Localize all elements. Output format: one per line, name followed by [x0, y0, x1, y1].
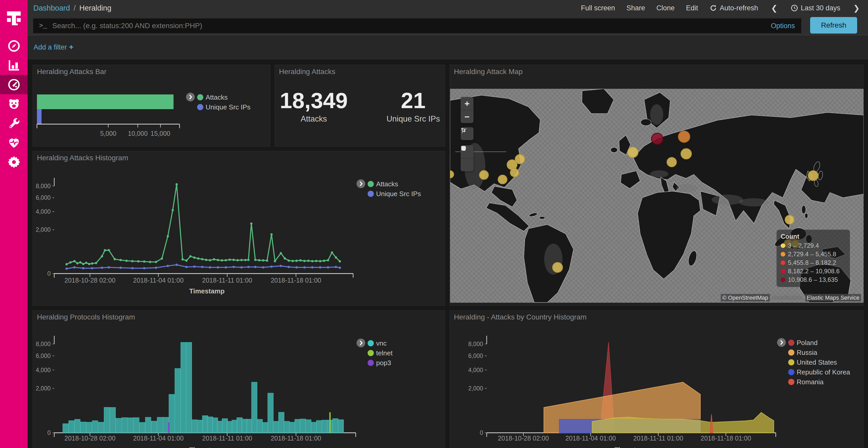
map-legend-item: 5,455.8 – 8,182.2: [781, 258, 846, 267]
legend-item-pop3[interactable]: pop3: [368, 358, 393, 368]
auto-refresh-button[interactable]: Auto-refresh: [709, 4, 758, 12]
map-legend-color-dot: [781, 243, 785, 248]
clock-icon: [790, 4, 798, 12]
map-draw-rectangle-button[interactable]: [461, 159, 473, 171]
legend-item-russia[interactable]: Russia: [788, 348, 850, 357]
options-link[interactable]: Options: [771, 22, 795, 30]
legend-label: Republic of Korea: [797, 368, 850, 376]
map-attribution: © OpenStreetMap contributors, Elastic Ma…: [721, 295, 861, 301]
map-zoom-in-button[interactable]: +: [461, 97, 473, 110]
fullscreen-button[interactable]: Full screen: [581, 4, 615, 12]
add-filter-link[interactable]: Add a filter+: [34, 43, 74, 51]
gear-icon: [7, 156, 21, 169]
legend-item-telnet[interactable]: telnet: [368, 348, 393, 358]
svg-text:2,000: 2,000: [36, 385, 51, 392]
svg-text:2018-11-11 01:00: 2018-11-11 01:00: [633, 435, 683, 442]
svg-text:5,000: 5,000: [100, 130, 117, 137]
protocols-histogram-chart: 02,0004,0006,0008,0002018-10-28 02:00201…: [33, 310, 445, 448]
legend-item-poland[interactable]: Poland: [788, 338, 850, 348]
legend-color-dot: [197, 104, 203, 110]
map-legend-item: 8,182.2 – 10,908.6: [781, 267, 846, 275]
map-legend-range-label: 2,729.4 – 5,455.8: [788, 250, 836, 258]
map-attack-marker: [627, 147, 638, 158]
svg-text:2018-11-18 01:00: 2018-11-18 01:00: [271, 277, 321, 284]
bear-icon: [7, 97, 21, 111]
sidebar-item-devtools[interactable]: [0, 113, 28, 133]
sidebar-item-visualize[interactable]: [0, 56, 28, 75]
svg-text:6,000: 6,000: [36, 194, 51, 201]
refresh-cycle-icon: [709, 4, 717, 12]
map-bounding-box-filter-button[interactable]: [461, 127, 473, 140]
svg-text:2018-11-11 01:00: 2018-11-11 01:00: [202, 435, 252, 442]
compass-icon: [7, 39, 21, 53]
sidebar-item-management[interactable]: [0, 152, 28, 172]
breadcrumb-dashboard-link[interactable]: Dashboard: [33, 4, 70, 12]
map-zoom-out-button[interactable]: −: [461, 110, 473, 123]
time-back-chevron[interactable]: ❮: [770, 4, 779, 13]
sidebar-item-dashboard[interactable]: [0, 75, 28, 94]
svg-text:2018-11-04 01:00: 2018-11-04 01:00: [565, 435, 616, 442]
heart-pulse-icon: [7, 136, 21, 149]
panel-title: Heralding Attacks Histogram: [37, 154, 128, 162]
legend-item-romania[interactable]: Romania: [788, 377, 850, 387]
legend-label: Poland: [797, 339, 817, 347]
legend-expand-chevron-icon[interactable]: [186, 92, 195, 103]
legend-color-dot: [368, 340, 374, 346]
svg-text:6,000: 6,000: [36, 352, 51, 359]
legend-item-unique-src-ips[interactable]: Unique Src IPs: [197, 102, 250, 112]
time-range-picker[interactable]: Last 30 days: [790, 4, 840, 12]
svg-text:4,000: 4,000: [468, 367, 483, 373]
panel-title: Heralding Attacks Bar: [37, 68, 106, 76]
svg-text:2018-10-28 02:00: 2018-10-28 02:00: [65, 435, 116, 442]
legend-label: Attacks: [206, 94, 227, 101]
legend-expand-chevron-icon[interactable]: [356, 338, 366, 349]
wrench-icon: [7, 117, 21, 130]
time-forward-chevron[interactable]: ❯: [852, 4, 861, 13]
legend-item-attacks[interactable]: Attacks: [368, 179, 421, 189]
legend-label: Russia: [797, 349, 817, 357]
bar-chart-icon: [7, 59, 21, 72]
legend-item-united-states[interactable]: United States: [788, 357, 850, 367]
search-input[interactable]: [52, 22, 771, 30]
legend-item-vnc[interactable]: vnc: [368, 338, 393, 348]
square-icon: [461, 145, 466, 151]
legend-item-attacks[interactable]: Attacks: [197, 92, 250, 102]
legend-color-dot: [788, 369, 795, 375]
legend-item-republic-of-korea[interactable]: Republic of Korea: [788, 367, 850, 377]
legend-expand-chevron-icon[interactable]: [356, 179, 366, 189]
sidebar-item-monitoring[interactable]: [0, 133, 28, 152]
map-attack-marker: [479, 171, 488, 179]
svg-text:15,000: 15,000: [151, 130, 170, 137]
clone-button[interactable]: Clone: [656, 4, 675, 12]
legend-label: Unique Src IPs: [206, 103, 250, 111]
t-logo-icon: [4, 5, 24, 28]
svg-text:2018-10-28 02:00: 2018-10-28 02:00: [498, 435, 549, 442]
svg-text:2018-11-11 01:00: 2018-11-11 01:00: [202, 277, 252, 284]
legend-expand-chevron-icon[interactable]: [777, 338, 786, 348]
map-legend-color-dot: [781, 252, 785, 256]
svg-text:Timestamp: Timestamp: [189, 287, 225, 295]
share-button[interactable]: Share: [626, 4, 645, 12]
svg-text:Timestamp: Timestamp: [189, 446, 225, 448]
map-legend-color-dot: [781, 277, 785, 282]
map-legend-range-label: 5,455.8 – 8,182.2: [788, 259, 836, 266]
svg-text:2018-11-04 01:00: 2018-11-04 01:00: [133, 435, 184, 442]
t-mobile-logo[interactable]: [0, 0, 28, 34]
svg-text:0: 0: [480, 429, 483, 436]
edit-button[interactable]: Edit: [686, 4, 698, 12]
refresh-button[interactable]: Refresh: [810, 17, 857, 34]
filter-bar: Add a filter+: [28, 35, 868, 60]
svg-text:Timestamp: Timestamp: [615, 446, 650, 448]
map-attack-marker: [515, 154, 524, 164]
map-attack-marker: [652, 133, 663, 144]
map-legend-item: 10,908.6 – 13,635: [781, 275, 846, 284]
world-map[interactable]: + −: [450, 89, 864, 303]
map-attack-marker: [498, 175, 507, 184]
legend-label: United States: [797, 358, 837, 367]
sidebar-item-bear[interactable]: [0, 94, 28, 113]
map-legend-title: Count: [781, 233, 846, 240]
panel-heralding-protocols-histogram: Heralding Protocols Histogram 02,0004,00…: [33, 310, 445, 448]
legend-item-unique-src-ips[interactable]: Unique Src IPs: [368, 189, 421, 199]
legend-label: Attacks: [376, 180, 398, 188]
sidebar-item-discover[interactable]: [0, 36, 28, 56]
